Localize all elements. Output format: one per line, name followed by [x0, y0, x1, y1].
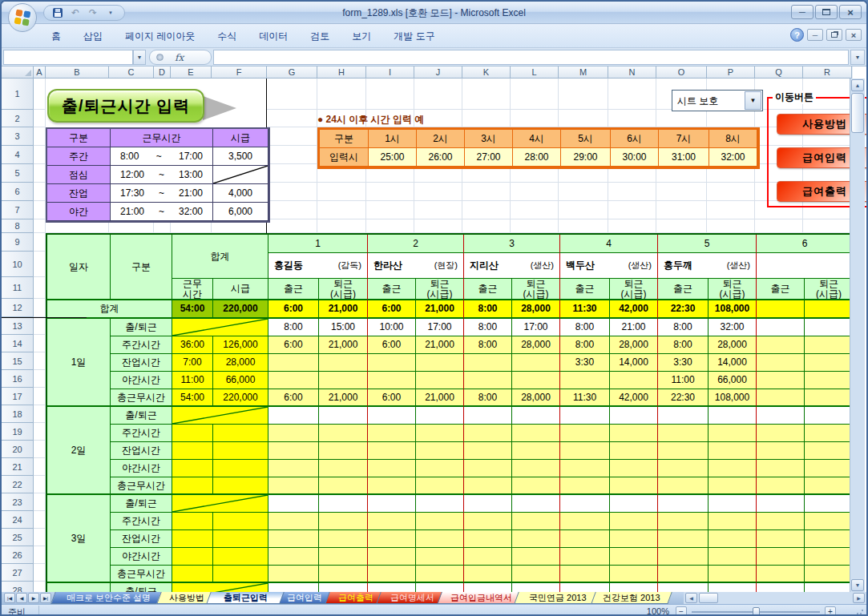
sheet-tab-국민연금 2013[interactable]: 국민연금 2013 [514, 592, 601, 604]
ts-data-cell[interactable] [512, 477, 560, 495]
ts-data-cell[interactable] [805, 495, 854, 513]
horizontal-scroll-thumb[interactable] [699, 593, 718, 603]
ts-day-rate-total[interactable] [213, 442, 268, 460]
ts-data-cell[interactable]: 8:00 [658, 336, 709, 354]
ts-data-cell[interactable] [610, 548, 658, 566]
ts-data-cell[interactable] [709, 460, 757, 477]
ts-blocked-cell[interactable] [172, 407, 268, 425]
ts-data-cell[interactable]: 8:00 [464, 319, 512, 336]
ts-day-rate-total[interactable] [213, 425, 268, 442]
row-header-21[interactable]: 21 [2, 458, 34, 476]
workbook-restore-button[interactable] [826, 29, 842, 41]
ts-data-cell[interactable] [805, 513, 854, 530]
ts-data-cell[interactable] [658, 460, 709, 477]
help-icon[interactable]: ? [790, 28, 804, 42]
ts-rowtype-label[interactable]: 총근무시간 [111, 389, 172, 407]
ts-data-cell[interactable]: 3:30 [560, 354, 610, 372]
row-header-1[interactable]: 1 [2, 79, 34, 110]
overtime-value-cell[interactable]: 32:00 [709, 148, 757, 167]
ts-day-work-total[interactable] [172, 425, 213, 442]
ts-data-cell[interactable] [416, 372, 464, 389]
ts-data-cell[interactable] [512, 495, 560, 513]
ts-data-cell[interactable] [658, 566, 709, 583]
ts-data-cell[interactable] [757, 566, 805, 583]
ts-grand-total-cell[interactable]: 28,000 [512, 300, 560, 319]
row-header-19[interactable]: 19 [2, 423, 34, 441]
column-header-Q[interactable]: Q [755, 66, 803, 79]
ts-data-cell[interactable] [416, 566, 464, 583]
ts-group-number[interactable]: 1 [268, 235, 368, 253]
overtime-row-label[interactable]: 입력시 [320, 148, 369, 167]
vertical-scroll-thumb[interactable] [851, 93, 864, 133]
ts-day-label[interactable]: 1일 [47, 319, 111, 407]
ts-day-work-total[interactable] [172, 442, 213, 460]
ts-day-work-total[interactable] [172, 548, 213, 566]
ts-data-cell[interactable] [512, 513, 560, 530]
ts-data-cell[interactable] [757, 389, 805, 407]
ts-data-cell[interactable]: 22:30 [658, 389, 709, 407]
ts-data-cell[interactable]: 8:00 [560, 336, 610, 354]
ts-data-cell[interactable] [560, 513, 610, 530]
ts-data-cell[interactable] [319, 354, 368, 372]
row-header-18[interactable]: 18 [2, 405, 34, 423]
ts-rowtype-label[interactable]: 총근무시간 [111, 566, 172, 583]
ts-data-cell[interactable] [319, 425, 368, 442]
ts-data-cell[interactable] [416, 530, 464, 548]
ts-grand-total-cell[interactable]: 42,000 [610, 300, 658, 319]
ts-day-rate-total[interactable]: 126,000 [213, 336, 268, 354]
ts-data-cell[interactable] [512, 354, 560, 372]
ts-subheader-in[interactable]: 출근 [757, 279, 805, 300]
ts-data-cell[interactable] [368, 513, 416, 530]
ts-data-cell[interactable] [368, 495, 416, 513]
ts-data-cell[interactable] [658, 442, 709, 460]
ts-data-cell[interactable]: 21,000 [416, 336, 464, 354]
column-header-E[interactable]: E [171, 66, 212, 79]
ts-day-work-total[interactable]: 54:00 [172, 389, 213, 407]
ts-day-rate-total[interactable] [213, 566, 268, 583]
ts-data-cell[interactable] [464, 372, 512, 389]
previous-sheet-button[interactable]: ◀ [16, 593, 27, 603]
ts-data-cell[interactable] [658, 407, 709, 425]
ts-data-cell[interactable] [658, 530, 709, 548]
rate-row-hours[interactable]: 21:00~32:00 [111, 203, 213, 221]
overtime-header-cell[interactable]: 6시 [611, 130, 659, 148]
ts-data-cell[interactable] [416, 354, 464, 372]
row-header-6[interactable]: 6 [2, 183, 34, 201]
ts-data-cell[interactable] [268, 566, 319, 583]
ts-data-cell[interactable]: 8:00 [658, 319, 709, 336]
row-header-20[interactable]: 20 [2, 441, 34, 458]
row-header-10[interactable]: 10 [2, 252, 34, 277]
ts-data-cell[interactable] [319, 407, 368, 425]
select-all-corner[interactable] [2, 66, 34, 79]
row-header-7[interactable]: 7 [2, 201, 34, 219]
horizontal-scrollbar[interactable]: ◀ ▶ [684, 592, 866, 604]
ts-day-work-total[interactable]: 7:00 [172, 354, 213, 372]
column-header-R[interactable]: R [803, 66, 852, 79]
ts-data-cell[interactable] [805, 442, 854, 460]
rate-row-label[interactable]: 주간 [47, 147, 111, 166]
ts-data-cell[interactable] [268, 530, 319, 548]
ts-data-cell[interactable]: 14,000 [709, 354, 757, 372]
maximize-button[interactable] [815, 5, 838, 19]
ts-group-name[interactable]: 홍두깨(생산) [658, 253, 757, 279]
column-header-L[interactable]: L [511, 66, 559, 79]
rate-row-hours[interactable]: 17:30~21:00 [111, 184, 213, 203]
overtime-header-cell[interactable]: 5시 [561, 130, 611, 148]
ts-subheader-out[interactable]: 퇴근 (시급) [805, 279, 854, 300]
ts-day-work-total[interactable] [172, 530, 213, 548]
ts-data-cell[interactable] [757, 407, 805, 425]
rate-row-hours[interactable]: 12:00~13:00 [111, 166, 213, 184]
vertical-scrollbar[interactable]: ▲ ▼ [850, 79, 865, 592]
row-header-12[interactable]: 12 [2, 299, 34, 317]
ts-data-cell[interactable] [416, 425, 464, 442]
ts-data-cell[interactable]: 14,000 [610, 354, 658, 372]
ts-data-cell[interactable]: 15:00 [319, 319, 368, 336]
zoom-out-button[interactable]: − [676, 606, 687, 616]
ts-data-cell[interactable] [610, 477, 658, 495]
ts-data-cell[interactable] [268, 548, 319, 566]
row-header-23[interactable]: 23 [2, 493, 34, 511]
ts-data-cell[interactable] [610, 407, 658, 425]
row-header-4[interactable]: 4 [2, 146, 34, 164]
ts-data-cell[interactable] [512, 460, 560, 477]
ts-group-name[interactable] [757, 253, 854, 279]
